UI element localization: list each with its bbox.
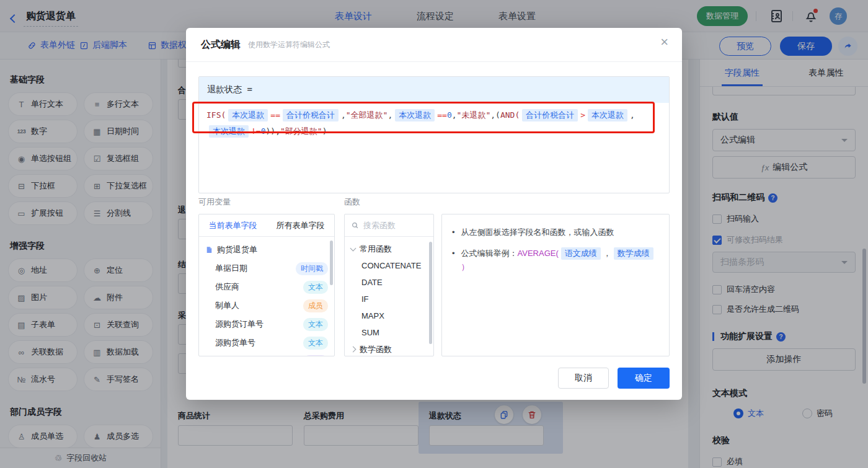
modal-header: 公式编辑 使用数学运算符编辑公式 × <box>186 28 682 62</box>
search-icon <box>351 221 359 229</box>
variable-item[interactable]: 制单人成员 <box>199 296 334 315</box>
formula-token: == <box>270 110 280 120</box>
tip-text: 从左侧面板选择字段名和函数，或输入函数 <box>461 226 614 239</box>
modal-footer: 取消 确定 <box>558 368 670 389</box>
variables-panel-label: 可用变量 <box>198 196 231 208</box>
modal-title: 公式编辑 <box>201 38 241 51</box>
formula-field-chip[interactable]: 本次退款 <box>395 109 435 121</box>
formula-token: != <box>251 126 261 136</box>
example-token: ） <box>461 262 469 272</box>
variable-type-badge: 文本 <box>303 318 328 331</box>
formula-token: AND( <box>500 110 520 120</box>
variable-type-badge: 数组 <box>303 355 328 357</box>
variable-item[interactable]: 单据日期时间戳 <box>199 259 334 278</box>
tip-example: 公式编辑举例：AVERAGE(语文成绩，数学成绩） <box>461 247 659 274</box>
formula-token: , <box>452 110 457 120</box>
formula-token: "部分退款" <box>280 126 322 136</box>
variable-item[interactable]: 退货明细.商品条形码数组 <box>199 352 334 356</box>
formula-field-chip[interactable]: 本次退款 <box>209 125 249 138</box>
example-token: 公式编辑举例： <box>461 249 518 258</box>
variable-tree-root[interactable]: 购货退货单 <box>199 241 334 259</box>
tab-all-form-fields[interactable]: 所有表单字段 <box>267 214 334 236</box>
example-token: ， <box>603 249 611 258</box>
app-window: 购货退货单 表单设计 流程设定 表单设置 数据管理 存 表单外链 后端脚本 <box>0 0 868 468</box>
variable-name: 供应商 <box>215 281 239 293</box>
variable-name: 源购货订单号 <box>215 319 264 330</box>
modal-subtitle: 使用数学运算符编辑公式 <box>248 40 330 50</box>
bullet: • <box>452 226 455 239</box>
variable-type-badge: 成员 <box>303 299 328 312</box>
formula-field-chip[interactable]: 合计价税合计 <box>522 109 578 121</box>
formula-token: ) <box>322 126 327 136</box>
function-search-box[interactable]: 搜索函数 <box>345 214 433 237</box>
bullet: • <box>452 247 455 274</box>
function-label: MAPX <box>361 311 384 320</box>
formula-editor-modal: 公式编辑 使用数学运算符编辑公式 × 退款状态 = IFS(本次退款==合计价税… <box>186 28 682 400</box>
function-group[interactable]: 常用函数 <box>345 241 433 257</box>
formula-field-chip[interactable]: 本次退款 <box>588 109 627 121</box>
functions-panel: 搜索函数 常用函数CONCATENATEDATEIFMAPXSUM数学函数文本函… <box>344 214 434 356</box>
example-token: AVERAGE( <box>518 249 559 258</box>
formula-token: , <box>341 110 346 120</box>
variable-item[interactable]: 源购货单号文本 <box>199 333 334 352</box>
formula-token: > <box>580 110 585 120</box>
variables-panel: 当前表单字段 所有表单字段 购货退货单单据日期时间戳供应商文本制单人成员源购货订… <box>198 214 335 356</box>
function-label: 数学函数 <box>360 344 392 355</box>
formula-token: "全部退款" <box>346 110 388 120</box>
variable-form-name: 购货退货单 <box>217 244 257 255</box>
variable-type-badge: 文本 <box>303 281 328 294</box>
search-placeholder: 搜索函数 <box>363 220 396 231</box>
formula-help-panel: • 从左侧面板选择字段名和函数，或输入函数 • 公式编辑举例：AVERAGE(语… <box>441 214 670 356</box>
function-label: DATE <box>361 278 383 287</box>
formula-token: ,( <box>490 110 500 120</box>
function-group[interactable]: 数学函数 <box>345 341 433 356</box>
function-item[interactable]: DATE <box>345 274 433 291</box>
formula-token: "未退款" <box>457 110 491 120</box>
document-icon <box>205 245 213 254</box>
formula-target: 退款状态 = <box>199 77 669 103</box>
formula-token: IFS( <box>206 110 226 120</box>
function-item[interactable]: CONCATENATE <box>345 257 433 274</box>
variable-name: 制单人 <box>215 300 239 311</box>
functions-scrollbar[interactable] <box>429 242 432 344</box>
function-label: CONCATENATE <box>361 261 421 270</box>
formula-token: 0 <box>447 110 452 120</box>
formula-token: )), <box>265 126 280 136</box>
function-label: SUM <box>361 328 379 337</box>
variable-type-badge: 时间戳 <box>296 262 328 275</box>
formula-token: == <box>437 110 447 120</box>
variable-name: 源购货单号 <box>215 337 255 348</box>
formula-field-chip[interactable]: 本次退款 <box>228 109 268 121</box>
formula-input[interactable]: IFS(本次退款==合计价税合计,"全部退款",本次退款==0,"未退款",(A… <box>199 103 669 144</box>
example-field-chip: 语文成绩 <box>561 247 601 260</box>
variable-item[interactable]: 供应商文本 <box>199 278 334 296</box>
variable-name: 退货明细.商品条形码 <box>215 356 290 356</box>
variable-name: 单据日期 <box>215 263 247 274</box>
functions-panel-label: 函数 <box>344 196 360 208</box>
variables-scrollbar[interactable] <box>330 241 333 285</box>
cancel-button[interactable]: 取消 <box>558 368 609 389</box>
function-item[interactable]: SUM <box>345 324 433 341</box>
chevron-down-icon <box>350 245 356 251</box>
function-label: 常用函数 <box>360 244 392 255</box>
formula-field-chip[interactable]: 合计价税合计 <box>283 109 339 121</box>
chevron-right-icon <box>350 347 356 353</box>
confirm-button[interactable]: 确定 <box>618 368 670 389</box>
variable-type-badge: 文本 <box>303 337 328 350</box>
variables-tabs: 当前表单字段 所有表单字段 <box>199 214 334 237</box>
function-item[interactable]: IF <box>345 291 433 307</box>
example-field-chip: 数学成绩 <box>614 247 653 260</box>
tip-line: • 公式编辑举例：AVERAGE(语文成绩，数学成绩） <box>452 247 659 274</box>
formula-token: , <box>388 110 392 120</box>
tip-line: • 从左侧面板选择字段名和函数，或输入函数 <box>452 226 659 239</box>
function-item[interactable]: MAPX <box>345 307 433 324</box>
close-icon[interactable]: × <box>660 35 668 49</box>
tab-current-form-fields[interactable]: 当前表单字段 <box>199 214 267 236</box>
formula-editor-box: 退款状态 = IFS(本次退款==合计价税合计,"全部退款",本次退款==0,"… <box>198 76 670 193</box>
formula-token: , <box>630 110 635 120</box>
function-label: IF <box>361 294 369 304</box>
variable-item[interactable]: 源购货订单号文本 <box>199 315 334 333</box>
